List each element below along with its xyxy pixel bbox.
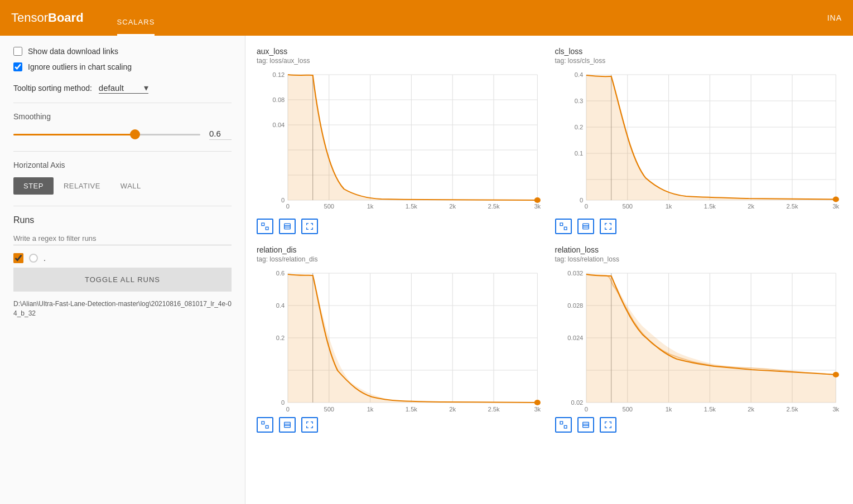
chart-tag-cls-loss: tag: loss/cls_loss	[555, 57, 842, 65]
data-download-button-aux-loss[interactable]	[279, 219, 296, 234]
slider-track	[13, 134, 200, 135]
fit-domain-icon	[261, 222, 269, 231]
chart-card-relation-loss: relation_loss tag: loss/relation_loss	[555, 245, 842, 433]
slider-thumb	[130, 129, 140, 139]
svg-text:0.2: 0.2	[574, 124, 583, 130]
fit-view-icon-2	[604, 222, 613, 231]
svg-text:0.024: 0.024	[567, 335, 583, 341]
svg-text:2.5k: 2.5k	[488, 406, 500, 413]
fit-view-button-aux-loss[interactable]	[301, 219, 318, 234]
chart-tag-relation-loss: tag: loss/relation_loss	[555, 255, 842, 263]
header-right-text: INA	[827, 13, 842, 22]
svg-text:2k: 2k	[748, 406, 755, 413]
svg-rect-26	[262, 223, 264, 226]
run-path: D:\Alian\Ultra-Fast-Lane-Detection-maste…	[13, 299, 232, 318]
chart-svg-relation-dis: 0.6 0.4 0.2 0 0 500 1k 1.5k 2k 2.5k 3k	[257, 268, 544, 424]
svg-text:0.04: 0.04	[273, 122, 285, 128]
divider-1	[13, 103, 232, 103]
toggle-all-runs-button[interactable]: TOGGLE ALL RUNS	[13, 268, 232, 292]
tooltip-sorting-select-wrap: default ascending descending nearest ▾	[99, 83, 148, 94]
smoothing-slider-container	[13, 129, 200, 140]
data-download-button-cls-loss[interactable]	[577, 219, 594, 234]
fit-view-button-cls-loss[interactable]	[600, 219, 616, 234]
chart-tag-aux-loss: tag: loss/aux_loss	[257, 57, 544, 65]
smoothing-value: 0.6	[209, 129, 232, 140]
horizontal-axis-label: Horizontal Axis	[13, 161, 232, 169]
chart-card-relation-dis: relation_dis tag: loss/relation_dis	[257, 245, 544, 433]
ignore-outliers-checkbox[interactable]	[13, 62, 22, 71]
smoothing-slider-row: 0.6	[13, 129, 232, 140]
chart-title-relation-dis: relation_dis	[257, 245, 544, 254]
svg-text:2.5k: 2.5k	[488, 203, 500, 210]
divider-3	[13, 206, 232, 206]
main-layout: Show data download links Ignore outliers…	[0, 36, 853, 504]
header-nav: SCALARS	[117, 0, 155, 36]
chart-area-relation-dis: 0.6 0.4 0.2 0 0 500 1k 1.5k 2k 2.5k 3k	[257, 268, 544, 413]
show-data-download-row: Show data download links	[13, 47, 232, 56]
svg-text:1.5k: 1.5k	[406, 406, 418, 413]
svg-point-93	[534, 400, 541, 405]
tooltip-sorting-row: Tooltip sorting method: default ascendin…	[13, 83, 232, 94]
svg-text:1.5k: 1.5k	[703, 203, 716, 210]
svg-text:2k: 2k	[449, 203, 456, 210]
chart-card-cls-loss: cls_loss tag: loss/cls_loss	[555, 47, 842, 234]
svg-text:1k: 1k	[665, 203, 672, 210]
runs-section: Runs . TOGGLE ALL RUNS D:\Alian\Ultra-Fa…	[13, 215, 232, 318]
chart-title-cls-loss: cls_loss	[555, 47, 842, 56]
axis-btn-step[interactable]: STEP	[13, 177, 54, 195]
svg-text:2.5k: 2.5k	[786, 203, 798, 210]
svg-rect-128	[564, 425, 567, 428]
axis-btn-relative[interactable]: RELATIVE	[54, 177, 110, 195]
display-options-section: Show data download links Ignore outliers…	[13, 47, 232, 71]
svg-text:2.5k: 2.5k	[786, 406, 798, 413]
svg-text:0: 0	[281, 197, 285, 203]
run-circle-icon	[29, 254, 38, 263]
axis-buttons-group: STEP RELATIVE WALL	[13, 177, 232, 195]
slider-fill	[13, 134, 135, 135]
svg-text:1.5k: 1.5k	[406, 203, 418, 210]
fit-view-icon	[305, 222, 314, 231]
ignore-outliers-label: Ignore outliers in chart scaling	[28, 62, 132, 71]
svg-text:0.12: 0.12	[273, 72, 285, 78]
svg-text:500: 500	[622, 406, 633, 413]
svg-text:3k: 3k	[534, 203, 541, 210]
svg-text:0.032: 0.032	[567, 270, 583, 277]
chart-svg-cls-loss: 0.4 0.3 0.2 0.1 0 0 500 1k 1.5k 2k 2.5k …	[555, 69, 842, 214]
tooltip-sorting-label: Tooltip sorting method:	[13, 84, 92, 93]
svg-text:0.028: 0.028	[567, 303, 583, 309]
data-download-icon	[283, 222, 292, 231]
run-checkbox[interactable]	[13, 253, 23, 263]
svg-text:1k: 1k	[367, 203, 374, 210]
fit-domain-button-cls-loss[interactable]	[555, 219, 572, 234]
svg-text:0.1: 0.1	[574, 151, 583, 157]
tooltip-sorting-select[interactable]: default ascending descending nearest	[99, 83, 153, 93]
run-dot-label: .	[44, 254, 46, 263]
svg-text:0: 0	[584, 406, 587, 413]
svg-text:0.6: 0.6	[276, 270, 285, 277]
chart-area-cls-loss: 0.4 0.3 0.2 0.1 0 0 500 1k 1.5k 2k 2.5k …	[555, 69, 842, 214]
axis-btn-wall[interactable]: WALL	[110, 177, 151, 195]
fit-domain-button-aux-loss[interactable]	[257, 219, 273, 234]
chart-title-relation-loss: relation_loss	[555, 245, 842, 254]
smoothing-section: Smoothing 0.6	[13, 112, 232, 140]
svg-text:3k: 3k	[832, 406, 840, 413]
svg-text:2k: 2k	[449, 406, 456, 413]
svg-text:500: 500	[622, 203, 633, 210]
nav-scalars[interactable]: SCALARS	[117, 18, 155, 36]
svg-text:2k: 2k	[748, 203, 755, 210]
show-data-download-checkbox[interactable]	[13, 47, 22, 56]
smoothing-label: Smoothing	[13, 112, 232, 121]
svg-text:1k: 1k	[665, 406, 672, 413]
chart-tag-relation-dis: tag: loss/relation_dis	[257, 255, 544, 263]
svg-text:0: 0	[580, 197, 583, 203]
svg-rect-61	[560, 223, 563, 226]
svg-text:0.3: 0.3	[574, 98, 583, 104]
header: TensorBoard SCALARS INA	[0, 0, 853, 36]
show-data-download-label: Show data download links	[28, 47, 118, 56]
fit-domain-icon-2	[559, 222, 568, 231]
runs-filter-input[interactable]	[13, 232, 232, 245]
runs-label: Runs	[13, 215, 232, 225]
charts-grid: aux_loss tag: loss/aux_loss	[257, 47, 842, 433]
divider-2	[13, 151, 232, 152]
svg-text:3k: 3k	[832, 203, 840, 210]
